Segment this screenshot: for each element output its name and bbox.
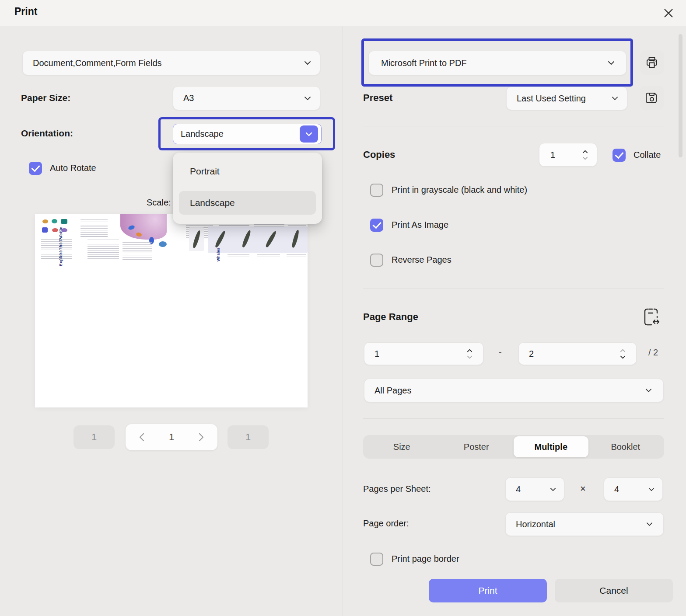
preview-decor: [228, 254, 249, 261]
stepper-down-icon[interactable]: [620, 355, 626, 359]
stepper-up-icon[interactable]: [467, 349, 472, 352]
chevron-down-icon: [645, 388, 652, 393]
chevron-down-icon: [550, 487, 556, 491]
menu-item-landscape-label: Landscape: [190, 198, 235, 208]
tab-poster[interactable]: Poster: [439, 436, 514, 457]
next-page-icon[interactable]: [198, 433, 204, 442]
scrollbar[interactable]: [679, 34, 682, 157]
stepper-down-icon[interactable]: [467, 355, 472, 359]
orientation-dropdown-button[interactable]: [300, 125, 318, 143]
section-divider: [363, 289, 664, 289]
copies-value: 1: [550, 150, 555, 160]
preview-decor: [265, 230, 277, 248]
page-order-select[interactable]: Horizontal: [505, 512, 664, 536]
preview-decor: [257, 254, 280, 261]
print-button[interactable]: Print: [429, 579, 547, 602]
cancel-button[interactable]: Cancel: [555, 579, 673, 602]
chevron-down-icon: [648, 487, 654, 491]
grayscale-checkbox[interactable]: [370, 184, 383, 197]
menu-item-portrait[interactable]: Portrait: [179, 160, 316, 183]
print-content-value: Document,Comment,Form Fields: [33, 58, 162, 68]
print-as-image-label: Print As Image: [392, 220, 448, 230]
section-divider: [363, 418, 664, 419]
printer-icon: [645, 56, 659, 70]
previous-page-icon[interactable]: [139, 433, 145, 442]
range-from-value: 1: [374, 349, 379, 359]
pages-per-sheet-cols-select[interactable]: 4: [505, 477, 564, 501]
reverse-pages-checkbox[interactable]: [370, 254, 383, 267]
preset-value: Last Used Setting: [517, 94, 586, 104]
page-range-label: Page Range: [363, 311, 418, 323]
tab-booklet[interactable]: Booklet: [588, 436, 663, 457]
orientation-value: Landscape: [181, 129, 224, 139]
chevron-down-icon: [608, 61, 615, 65]
save-preset-button[interactable]: [640, 86, 664, 110]
page-range-settings-icon: [644, 308, 660, 326]
stepper-up-icon[interactable]: [582, 150, 588, 153]
stepper-up-icon[interactable]: [620, 349, 626, 352]
first-page-number: 1: [91, 432, 97, 443]
pages-per-sheet-rows-select[interactable]: 4: [604, 477, 663, 501]
copies-stepper[interactable]: [582, 150, 588, 160]
preset-select[interactable]: Last Used Setting: [506, 87, 627, 110]
preview-decor: [42, 227, 48, 233]
pages-per-sheet-rows-value: 4: [614, 484, 619, 494]
tab-size[interactable]: Size: [364, 436, 439, 457]
pages-per-sheet-times: ×: [580, 483, 586, 494]
print-now-button[interactable]: [640, 50, 664, 75]
tab-size-label: Size: [393, 442, 410, 452]
printer-select[interactable]: Microsoft Print to PDF: [368, 51, 626, 75]
tab-multiple[interactable]: Multiple: [514, 436, 588, 457]
reverse-pages-label: Reverse Pages: [392, 255, 452, 265]
chevron-down-icon: [646, 522, 653, 526]
pages-per-sheet-cols-value: 4: [516, 484, 521, 494]
tab-multiple-label: Multiple: [534, 442, 567, 452]
copies-input[interactable]: 1: [539, 143, 597, 167]
first-page-button[interactable]: 1: [74, 425, 115, 449]
range-total: / 2: [648, 348, 658, 358]
layout-tab-bar: Size Poster Multiple Booklet: [363, 435, 664, 459]
range-mode-select[interactable]: All Pages: [364, 379, 664, 402]
print-page-border-checkbox[interactable]: [370, 553, 383, 566]
preview-decor: [52, 219, 57, 223]
preview-decor: [241, 230, 252, 248]
menu-item-portrait-label: Portrait: [190, 166, 220, 177]
orientation-menu: Portrait Landscape: [173, 153, 322, 224]
orientation-select[interactable]: Landscape: [173, 124, 322, 144]
dialog-title: Print: [14, 6, 37, 17]
printer-value: Microsoft Print to PDF: [381, 58, 467, 68]
preview-decor: [42, 219, 48, 223]
print-as-image-checkbox[interactable]: [370, 219, 383, 232]
collate-label: Collate: [634, 150, 661, 160]
print-content-select[interactable]: Document,Comment,Form Fields: [22, 51, 320, 75]
chevron-down-icon: [612, 96, 618, 101]
range-from-stepper[interactable]: [467, 349, 472, 359]
preview-decor: [122, 242, 152, 260]
range-to-input[interactable]: 2: [518, 342, 637, 365]
preview-decor: [214, 230, 227, 248]
auto-rotate-checkbox[interactable]: [29, 162, 42, 175]
range-to-stepper[interactable]: [620, 349, 626, 359]
preview-decor: [159, 241, 167, 247]
page-order-value: Horizontal: [516, 519, 555, 529]
menu-item-landscape[interactable]: Landscape: [179, 191, 316, 215]
copies-label: Copies: [363, 149, 395, 160]
last-page-button[interactable]: 1: [228, 425, 269, 449]
preview-decor: [61, 219, 67, 224]
close-icon: [662, 7, 675, 20]
preview-decor: [192, 230, 202, 249]
stepper-down-icon[interactable]: [582, 157, 588, 160]
panel-divider: [343, 26, 343, 616]
print-preview-sheet: Explore the Pacific Whales: [35, 214, 308, 407]
page-range-settings-button[interactable]: [642, 307, 662, 327]
chevron-down-icon: [304, 96, 311, 101]
preview-decor: [88, 240, 119, 259]
range-from-input[interactable]: 1: [364, 342, 483, 365]
preview-decor: [291, 230, 300, 248]
chevron-down-icon: [305, 132, 312, 136]
collate-checkbox[interactable]: [612, 149, 626, 162]
paper-size-select[interactable]: A3: [173, 86, 320, 110]
close-button[interactable]: [658, 3, 679, 24]
print-button-label: Print: [478, 585, 497, 596]
preview-decor: [80, 219, 108, 238]
